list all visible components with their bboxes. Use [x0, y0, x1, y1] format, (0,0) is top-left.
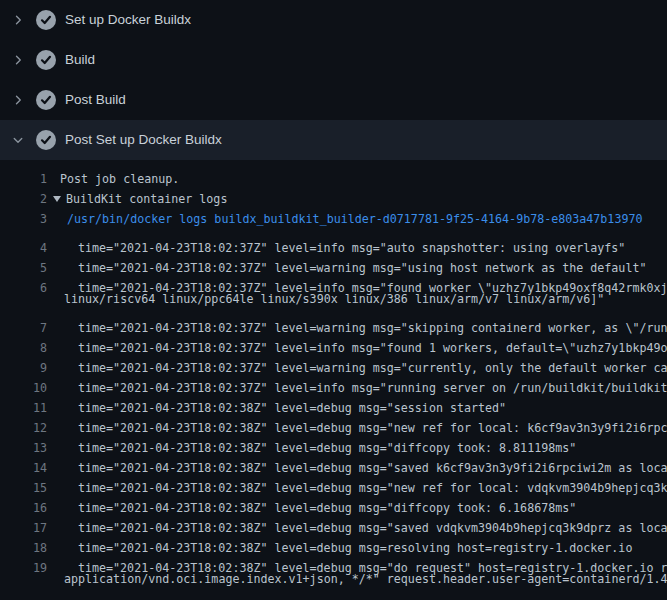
line-number[interactable]: 14 [0, 458, 47, 469]
log-area: 1Post job cleanup.2BuildKit container lo… [0, 160, 667, 600]
group-title[interactable]: BuildKit container logs [66, 192, 227, 206]
step-label: Post Set up Docker Buildx [65, 120, 222, 160]
step-row-set-up-docker-buildx[interactable]: Set up Docker Buildx [0, 0, 667, 40]
log-text: time="2021-04-23T18:02:37Z" level=info m… [47, 378, 667, 389]
line-number[interactable]: 1 [0, 169, 47, 189]
line-number[interactable]: 17 [0, 518, 47, 529]
line-number[interactable]: 8 [0, 338, 47, 349]
check-circle-icon [36, 90, 56, 110]
triangle-down-icon[interactable] [53, 196, 61, 202]
command-text: /usr/bin/docker logs buildx_buildkit_bui… [47, 209, 642, 229]
log-text: time="2021-04-23T18:02:37Z" level=warnin… [47, 358, 667, 369]
log-text: time="2021-04-23T18:02:38Z" level=debug … [47, 478, 667, 489]
line-number[interactable]: 13 [0, 438, 47, 449]
line-number [0, 289, 47, 309]
line-number[interactable]: 3 [0, 209, 47, 229]
step-label: Build [65, 40, 95, 80]
check-circle-icon [36, 50, 56, 70]
log-text: BuildKit container logs [47, 189, 227, 209]
log-text: time="2021-04-23T18:02:37Z" level=warnin… [47, 258, 646, 269]
line-number[interactable]: 18 [0, 538, 47, 549]
log-line: 1Post job cleanup. [0, 169, 667, 189]
line-number[interactable]: 2 [0, 189, 47, 209]
log-text: linux/riscv64 linux/ppc64le linux/s390x … [47, 289, 604, 309]
log-line: 2BuildKit container logs [0, 189, 667, 209]
log-line-continuation: linux/riscv64 linux/ppc64le linux/s390x … [0, 289, 667, 309]
line-number[interactable]: 6 [0, 278, 47, 289]
steps-list: Set up Docker BuildxBuildPost BuildPost … [0, 0, 667, 160]
log-text: time="2021-04-23T18:02:38Z" level=debug … [47, 398, 506, 409]
log-text: time="2021-04-23T18:02:38Z" level=debug … [47, 538, 632, 549]
log-text: time="2021-04-23T18:02:38Z" level=debug … [47, 458, 667, 469]
log-text: time="2021-04-23T18:02:38Z" level=debug … [47, 518, 667, 529]
log-text: time="2021-04-23T18:02:38Z" level=debug … [47, 418, 667, 429]
line-number[interactable]: 5 [0, 258, 47, 269]
log-text: time="2021-04-23T18:02:37Z" level=info m… [47, 278, 667, 289]
check-circle-icon [36, 130, 56, 150]
log-text: time="2021-04-23T18:02:38Z" level=debug … [47, 438, 576, 449]
line-number[interactable]: 16 [0, 498, 47, 509]
line-number [0, 569, 47, 589]
line-number[interactable]: 10 [0, 378, 47, 389]
line-number[interactable]: 19 [0, 558, 47, 569]
log-text: time="2021-04-23T18:02:38Z" level=debug … [47, 498, 576, 509]
log-text: time="2021-04-23T18:02:37Z" level=info m… [47, 238, 625, 249]
chevron-down-icon [11, 133, 25, 147]
step-row-post-set-up-docker-buildx[interactable]: Post Set up Docker Buildx [0, 120, 667, 160]
log-text: time="2021-04-23T18:02:37Z" level=warnin… [47, 318, 667, 329]
line-number[interactable]: 4 [0, 238, 47, 249]
check-circle-icon [36, 10, 56, 30]
log-text: time="2021-04-23T18:02:38Z" level=debug … [47, 558, 667, 569]
log-text: time="2021-04-23T18:02:37Z" level=info m… [47, 338, 667, 349]
log-line: 4time="2021-04-23T18:02:37Z" level=info … [0, 229, 667, 249]
step-label: Set up Docker Buildx [65, 0, 191, 40]
chevron-right-icon [11, 93, 25, 107]
line-number[interactable]: 9 [0, 358, 47, 369]
log-text: Post job cleanup. [47, 169, 179, 189]
log-text: application/vnd.oci.image.index.v1+json,… [47, 569, 667, 589]
chevron-right-icon [11, 13, 25, 27]
line-number[interactable]: 12 [0, 418, 47, 429]
log-line: 7time="2021-04-23T18:02:37Z" level=warni… [0, 309, 667, 329]
step-label: Post Build [65, 80, 126, 120]
line-number[interactable]: 7 [0, 318, 47, 329]
line-number[interactable]: 11 [0, 398, 47, 409]
line-number[interactable]: 15 [0, 478, 47, 489]
log-line: 3/usr/bin/docker logs buildx_buildkit_bu… [0, 209, 667, 229]
step-row-build[interactable]: Build [0, 40, 667, 80]
chevron-right-icon [11, 53, 25, 67]
log-line: 20time="2021-04-23T18:02:38Z" level=debu… [0, 589, 667, 600]
step-row-post-build[interactable]: Post Build [0, 80, 667, 120]
log-line-continuation: application/vnd.oci.image.index.v1+json,… [0, 569, 667, 589]
